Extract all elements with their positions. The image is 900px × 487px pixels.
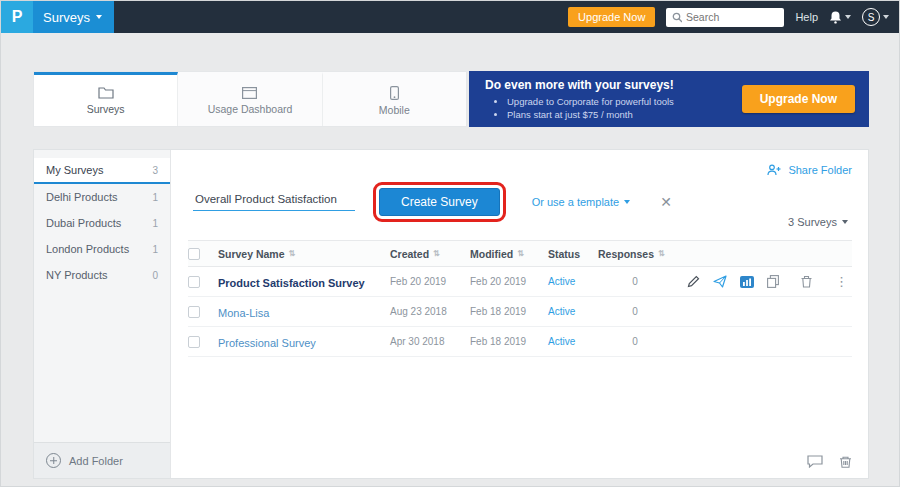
add-folder-label: Add Folder [69, 455, 123, 467]
chevron-down-icon [845, 15, 851, 19]
feedback-bubble-icon[interactable] [807, 455, 823, 468]
sort-icon: ⇅ [433, 249, 440, 258]
responses-count: 0 [598, 306, 672, 317]
row-checkbox[interactable] [188, 276, 200, 288]
upgrade-promo-banner: Do even more with your surveys! Upgrade … [469, 71, 869, 127]
add-folder-button[interactable]: Add Folder [34, 442, 170, 478]
surveys-panel: Share Folder Create Survey Or use a temp… [171, 150, 868, 478]
upgrade-now-button[interactable]: Upgrade Now [568, 7, 655, 27]
sidebar-item-london-products[interactable]: London Products 1 [34, 236, 170, 262]
product-switcher[interactable]: Surveys [33, 1, 114, 33]
promo-bullet: Upgrade to Corporate for powerful tools [507, 95, 674, 108]
folder-label: NY Products [46, 269, 108, 281]
send-paper-plane-icon[interactable] [713, 275, 727, 288]
share-folder-button[interactable]: Share Folder [767, 164, 852, 176]
status-badge: Active [548, 336, 598, 347]
dashboard-icon [242, 87, 257, 99]
row-checkbox[interactable] [188, 336, 200, 348]
plus-circle-icon [46, 453, 61, 468]
edit-pencil-icon[interactable] [687, 275, 700, 288]
folder-count: 0 [152, 270, 158, 281]
section-tabs: Surveys Usage Dashboard Mobile [33, 71, 467, 127]
table-header-row: Survey Name⇅ Created⇅ Modified⇅ Status R… [188, 240, 852, 267]
created-date: Feb 20 2019 [390, 276, 470, 287]
table-row: Mona-Lisa Aug 23 2018 Feb 18 2019 Active… [188, 297, 852, 327]
topbar: P Surveys Upgrade Now Help S [1, 1, 900, 33]
folder-label: London Products [46, 243, 129, 255]
sort-icon: ⇅ [289, 249, 296, 258]
tab-label: Mobile [379, 104, 410, 116]
copy-icon[interactable] [767, 275, 779, 288]
tab-usage-dashboard[interactable]: Usage Dashboard [178, 72, 322, 126]
sidebar-item-delhi-products[interactable]: Delhi Products 1 [34, 184, 170, 210]
create-survey-row: Create Survey Or use a template ✕ [193, 188, 672, 216]
table-row: Product Satisfaction Survey Feb 20 2019 … [188, 267, 852, 297]
chevron-down-icon [883, 15, 889, 19]
topbar-right: Upgrade Now Help S [568, 1, 889, 33]
help-link[interactable]: Help [795, 11, 818, 23]
chevron-down-icon [624, 200, 630, 204]
sidebar-item-ny-products[interactable]: NY Products 0 [34, 262, 170, 288]
new-survey-name-input[interactable] [193, 193, 355, 211]
search-box[interactable] [666, 8, 784, 27]
bell-icon [829, 10, 842, 24]
folder-count: 1 [152, 244, 158, 255]
trash-icon[interactable] [801, 275, 812, 288]
folders-sidebar: My Surveys 3 Delhi Products 1 Dubai Prod… [34, 150, 171, 478]
tab-label: Surveys [87, 103, 125, 115]
row-checkbox[interactable] [188, 306, 200, 318]
panel-bottom-icons [807, 455, 852, 468]
survey-name-link[interactable]: Mona-Lisa [218, 307, 269, 319]
folder-label: Dubai Products [46, 217, 121, 229]
table-row: Professional Survey Apr 30 2018 Feb 18 2… [188, 327, 852, 357]
header-survey-name[interactable]: Survey Name⇅ [218, 248, 390, 260]
responses-count: 0 [598, 336, 672, 347]
search-input[interactable] [686, 11, 778, 23]
trash-bin-icon[interactable] [839, 455, 852, 468]
create-survey-button[interactable]: Create Survey [379, 188, 500, 216]
tab-label: Usage Dashboard [208, 103, 293, 115]
app-logo[interactable]: P [1, 1, 33, 33]
folder-count: 1 [152, 192, 158, 203]
row-actions: ⋮ [672, 274, 852, 289]
more-options-icon[interactable]: ⋮ [835, 274, 848, 289]
tab-surveys[interactable]: Surveys [34, 72, 178, 126]
reports-chart-icon[interactable] [740, 276, 754, 288]
modified-date: Feb 18 2019 [470, 336, 548, 347]
avatar: S [862, 8, 880, 26]
use-template-link[interactable]: Or use a template [532, 196, 630, 208]
created-date: Apr 30 2018 [390, 336, 470, 347]
account-menu[interactable]: S [862, 8, 889, 26]
chevron-down-icon [96, 15, 102, 19]
sidebar-item-my-surveys[interactable]: My Surveys 3 [34, 158, 170, 184]
mobile-icon [390, 86, 399, 100]
surveys-table: Survey Name⇅ Created⇅ Modified⇅ Status R… [188, 240, 852, 357]
share-folder-label: Share Folder [788, 164, 852, 176]
responses-count: 0 [598, 276, 672, 287]
header-modified[interactable]: Modified⇅ [470, 248, 548, 260]
folder-count: 1 [152, 218, 158, 229]
header-created[interactable]: Created⇅ [390, 248, 470, 260]
surveys-count-dropdown[interactable]: 3 Surveys [788, 216, 848, 228]
chevron-down-icon [842, 220, 848, 224]
sidebar-item-dubai-products[interactable]: Dubai Products 1 [34, 210, 170, 236]
close-icon[interactable]: ✕ [660, 194, 672, 210]
survey-name-link[interactable]: Professional Survey [218, 337, 316, 349]
use-template-label: Or use a template [532, 196, 619, 208]
promo-bullet: Plans start at just $75 / month [507, 108, 674, 121]
search-icon [672, 12, 682, 23]
survey-name-link[interactable]: Product Satisfaction Survey [218, 277, 365, 289]
folder-count: 3 [152, 165, 158, 176]
create-survey-wrap: Create Survey [379, 188, 500, 216]
header-status[interactable]: Status [548, 248, 598, 260]
tab-mobile[interactable]: Mobile [323, 72, 466, 126]
header-responses[interactable]: Responses⇅ [598, 248, 672, 260]
notifications-menu[interactable] [829, 10, 851, 24]
select-all-checkbox[interactable] [188, 248, 200, 260]
modified-date: Feb 18 2019 [470, 306, 548, 317]
folder-icon [98, 86, 114, 99]
upgrade-now-banner-button[interactable]: Upgrade Now [742, 85, 855, 113]
sort-icon: ⇅ [517, 249, 524, 258]
surveys-count-label: 3 Surveys [788, 216, 837, 228]
avatar-letter: S [868, 12, 875, 23]
